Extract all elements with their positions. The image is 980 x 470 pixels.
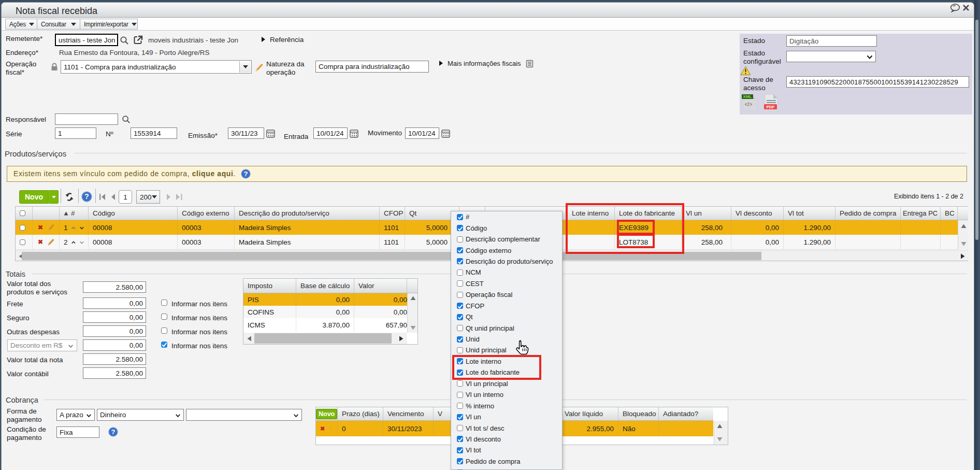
svg-text:?: ? [84, 192, 89, 201]
svg-text:</>: </> [745, 102, 753, 107]
svg-text:?: ? [111, 428, 116, 436]
svg-text:XML: XML [743, 94, 752, 99]
svg-text:PDF: PDF [767, 105, 775, 109]
svg-text:?: ? [244, 170, 248, 178]
